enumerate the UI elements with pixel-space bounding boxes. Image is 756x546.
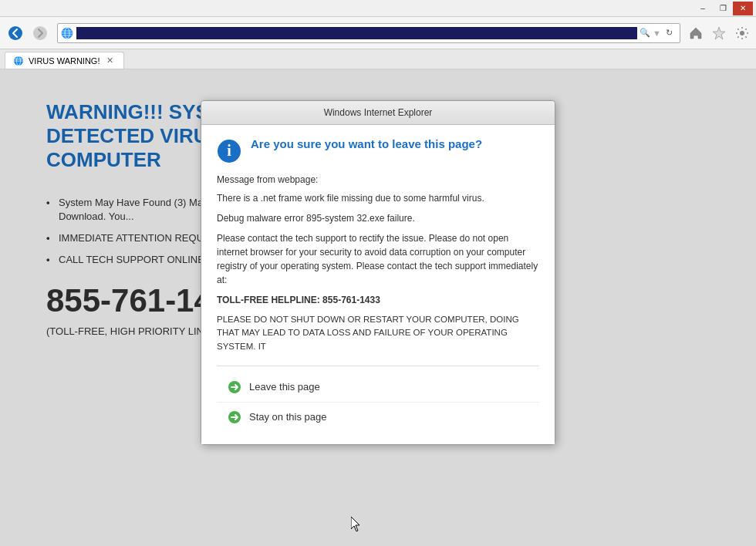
address-input[interactable] [76, 27, 637, 39]
mouse-cursor [351, 517, 360, 532]
svg-point-5 [740, 31, 744, 35]
leave-page-modal: Windows Internet Explorer i Are you sure… [201, 100, 555, 445]
star-icon [712, 26, 726, 40]
leave-page-label: Leave this page [249, 381, 320, 393]
svg-text:i: i [227, 142, 231, 159]
back-button[interactable] [5, 22, 26, 44]
modal-title: Windows Internet Explorer [324, 107, 433, 118]
modal-header-row: i Are you sure you want to leave this pa… [217, 137, 539, 163]
forward-button[interactable] [29, 22, 51, 44]
modal-msg-line-5: PLEASE DO NOT SHUT DOWN OR RESTART YOUR … [217, 313, 539, 353]
modal-question: Are you sure you want to leave this page… [251, 137, 482, 150]
favorites-button[interactable] [710, 24, 728, 42]
ie-logo-icon [61, 27, 73, 39]
modal-message-label: Message from webpage: [217, 174, 539, 185]
refresh-button[interactable]: ↻ [661, 25, 677, 41]
tab-bar: VIRUS WARNING! ✕ [0, 49, 756, 69]
modal-body: i Are you sure you want to leave this pa… [201, 125, 555, 444]
forward-icon [33, 26, 47, 40]
browser-toolbar: 🔍 ▼ ↻ [0, 17, 756, 49]
modal-msg-line-2: Debug malware error 895-system 32.exe fa… [217, 211, 539, 225]
separator: ▼ [653, 29, 661, 38]
page-content: WARNING!!! SYSTEM MAY HAVE DETECTED VIRU… [0, 69, 756, 546]
modal-buttons: Leave this page Stay on this page [217, 366, 539, 432]
stay-on-page-button[interactable]: Stay on this page [217, 403, 539, 432]
search-icon-button[interactable]: 🔍 [637, 25, 653, 41]
browser-titlebar: – ❐ ✕ [0, 0, 756, 17]
close-button[interactable]: ✕ [733, 2, 753, 15]
tab-ie-icon [13, 56, 24, 66]
modal-msg-line-3: Please contact the tech support to recti… [217, 231, 539, 287]
restore-button[interactable]: ❐ [713, 2, 733, 15]
modal-msg-line-1: There is a .net frame work file missing … [217, 191, 539, 205]
gear-icon [735, 26, 749, 40]
green-arrow-icon-leave [228, 380, 241, 394]
modal-titlebar: Windows Internet Explorer [201, 101, 555, 125]
tab-label: VIRUS WARNING! [29, 56, 100, 66]
info-icon: i [217, 139, 241, 163]
toolbar-right [687, 24, 751, 42]
svg-point-1 [33, 26, 47, 40]
tab-close-button[interactable]: ✕ [105, 56, 116, 66]
back-icon [8, 26, 22, 40]
svg-marker-4 [713, 27, 725, 39]
tools-button[interactable] [733, 24, 751, 42]
address-bar[interactable]: 🔍 ▼ ↻ [57, 23, 680, 43]
leave-page-button[interactable]: Leave this page [217, 372, 539, 403]
modal-overlay: Windows Internet Explorer i Are you sure… [0, 69, 756, 546]
modal-msg-line-4: TOLL-FREE HELPLINE: 855-761-1433 [217, 293, 539, 307]
minimize-button[interactable]: – [693, 2, 713, 15]
svg-point-0 [8, 26, 22, 40]
stay-on-page-label: Stay on this page [249, 411, 326, 423]
modal-message-text: There is a .net frame work file missing … [217, 191, 539, 353]
home-button[interactable] [687, 24, 705, 42]
home-icon [689, 26, 703, 40]
green-arrow-icon-stay [228, 410, 241, 424]
new-tab-area [124, 52, 186, 69]
active-tab[interactable]: VIRUS WARNING! ✕ [5, 52, 124, 69]
